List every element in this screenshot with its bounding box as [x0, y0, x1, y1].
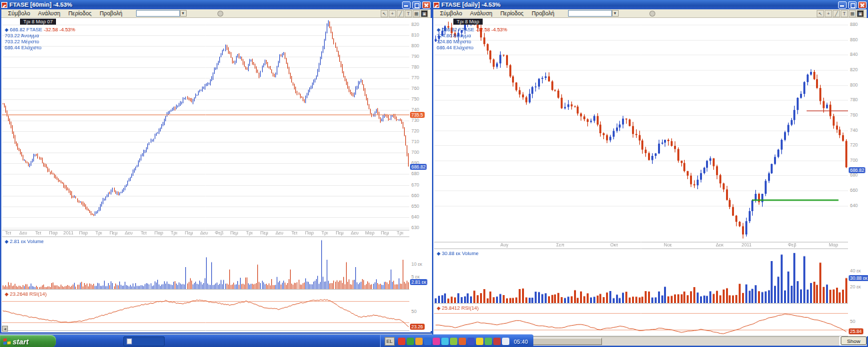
x-axis-tick: Δευ: [125, 230, 133, 235]
x-axis-tick: Φεβ: [215, 230, 223, 235]
trendline-icon[interactable]: ╱: [833, 10, 840, 17]
menu-item-3[interactable]: Προβολή: [95, 10, 126, 17]
taskbar-clock[interactable]: 05:40: [514, 338, 528, 345]
chevron-down-icon[interactable]: ▼: [180, 10, 187, 17]
text-icon[interactable]: T: [841, 10, 848, 17]
y-axis-tick: 820: [411, 22, 419, 27]
tray-icon[interactable]: [467, 338, 475, 345]
minimize-button[interactable]: [838, 1, 847, 9]
language-indicator[interactable]: EL: [385, 337, 395, 346]
tray-icon[interactable]: [502, 338, 509, 345]
start-button[interactable]: start: [0, 335, 56, 347]
x-axis-tick: Αυγ: [501, 242, 509, 247]
trendline-icon[interactable]: ╱: [397, 10, 404, 17]
crosshair-icon[interactable]: +: [825, 10, 832, 17]
y-axis-tick: 660: [411, 193, 419, 198]
grid-icon[interactable]: ▦: [849, 10, 856, 17]
y-axis-tick: 710: [411, 139, 419, 144]
tray-icon[interactable]: [415, 338, 423, 345]
y-axis-tick: 760: [850, 113, 858, 117]
text-icon[interactable]: T: [405, 10, 412, 17]
volume-value-box: 30.88 εκ: [849, 275, 868, 281]
symbol-input[interactable]: [568, 10, 612, 17]
x-axis-tick: Παρ: [79, 230, 88, 235]
app-icon: [1, 2, 7, 8]
date-tooltip: Τρι 8 Μαρ 07: [20, 19, 56, 25]
taskbar-task-button[interactable]: [123, 336, 165, 346]
volume-indicator-label: ◆ 30.88 εκ Volume: [437, 250, 479, 256]
save-icon[interactable]: ▣: [421, 10, 428, 17]
pointer-icon[interactable]: ↖: [817, 10, 824, 17]
tray-icon[interactable]: [476, 338, 483, 345]
tray-icon[interactable]: [450, 338, 457, 345]
menu-bar: ΣύμβολοΑνάλυσηΠερίοδοςΠροβολή ▼ ↖+╱T▦▣: [1, 9, 431, 18]
show-all-button[interactable]: Show All: [841, 336, 867, 345]
y-axis-tick: 840: [850, 52, 858, 57]
menu-item-2[interactable]: Περίοδος: [496, 10, 527, 17]
x-axis-tick: Τετ: [35, 230, 41, 235]
menu-item-1[interactable]: Ανάλυση: [466, 10, 496, 17]
x-axis-tick: Πεμ: [381, 230, 389, 235]
tray-icon[interactable]: [424, 338, 431, 345]
tray-icon[interactable]: [493, 338, 501, 345]
minimize-button[interactable]: [402, 1, 411, 9]
search-icon[interactable]: [217, 11, 223, 17]
y-axis-tick: 700: [411, 150, 419, 155]
tray-icon[interactable]: [433, 338, 440, 345]
restore-button[interactable]: [848, 1, 857, 9]
y-axis-tick: 880: [850, 22, 858, 27]
grid-icon[interactable]: ▦: [413, 10, 420, 17]
menu-item-1[interactable]: Ανάλυση: [34, 10, 64, 17]
titlebar[interactable]: FTASE [60min] -4.53%: [0, 0, 432, 9]
time-axis: ΤετΔευΤετΠαρ2011ΠαρΤριΠεμΔευΤετΠαρΤριΠεμ…: [2, 230, 409, 237]
pointer-icon[interactable]: ↖: [381, 10, 388, 17]
close-button[interactable]: [858, 1, 867, 9]
y-axis-tick: 810: [411, 33, 419, 37]
menu-item-0[interactable]: Σύμβολο: [436, 10, 466, 17]
tray-icon[interactable]: [441, 338, 449, 345]
x-axis-tick: Τρι: [246, 230, 253, 235]
menu-bar: ΣύμβολοΑνάλυσηΠερίοδοςΠροβολή ▼ ↖+╱T▦▣: [433, 9, 867, 18]
menu-item-3[interactable]: Προβολή: [527, 10, 558, 17]
chevron-down-icon[interactable]: ▼: [612, 10, 619, 17]
y-axis-tick: 790: [411, 54, 419, 59]
taskbar: start EL 05:40: [0, 334, 533, 347]
volume-indicator-label: ◆ 2.81 εκ Volume: [5, 238, 44, 244]
y-axis-tick: 700: [850, 158, 858, 163]
menu-item-0[interactable]: Σύμβολο: [4, 10, 34, 17]
y-axis-tick: 740: [850, 128, 858, 133]
search-icon[interactable]: [649, 11, 655, 17]
rsi-axis-tick: 50: [850, 319, 855, 324]
x-axis-tick: Τρι: [321, 230, 328, 235]
rsi-value-box: 25.84: [849, 328, 863, 334]
crosshair-icon[interactable]: +: [389, 10, 396, 17]
save-icon[interactable]: ▣: [857, 10, 864, 17]
close-button[interactable]: [422, 1, 431, 9]
x-axis-tick: Πεμ: [260, 230, 268, 235]
symbol-input[interactable]: [136, 10, 180, 17]
restore-button[interactable]: [412, 1, 421, 9]
y-axis-tick: 670: [411, 182, 419, 187]
app-icon: [433, 2, 439, 8]
volume-axis-tick: 5 εκ: [411, 274, 419, 279]
y-axis-tick: 650: [411, 204, 419, 208]
x-axis-tick: Νοε: [664, 242, 672, 247]
price-volume-rsi-canvas[interactable]: [2, 18, 409, 331]
menu-item-2[interactable]: Περίοδος: [64, 10, 95, 17]
chart-area: [434, 18, 848, 336]
price-volume-rsi-canvas[interactable]: [434, 18, 848, 336]
x-axis-tick: Δεκ: [716, 242, 723, 247]
level-value-box: 735.5: [410, 112, 425, 118]
x-axis-tick: 2011: [741, 242, 751, 247]
last-price-box: 686.82: [849, 167, 865, 173]
x-axis-tick: Πεμ: [185, 230, 193, 235]
tray-icon[interactable]: [407, 338, 414, 345]
tray-icon[interactable]: [485, 338, 492, 345]
x-axis-tick: Οκτ: [610, 242, 618, 247]
scroll-left-button[interactable]: ◄: [2, 326, 8, 332]
x-axis-tick: Παρ: [305, 230, 314, 235]
tray-icon[interactable]: [398, 338, 405, 345]
titlebar[interactable]: FTASE [daily] -4.53%: [432, 0, 868, 9]
y-axis-tick: 860: [850, 37, 858, 42]
tray-icon[interactable]: [459, 338, 466, 345]
